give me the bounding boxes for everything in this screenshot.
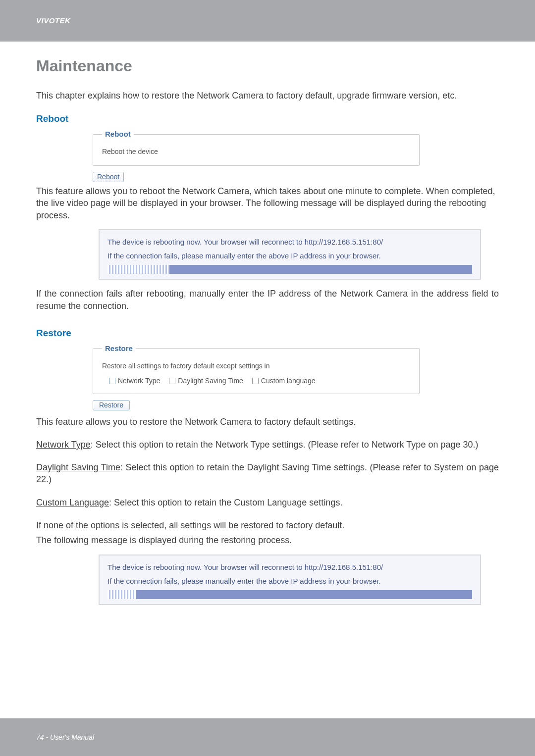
reboot-message-box: The device is rebooting now. Your browse… — [99, 229, 481, 280]
reboot-heading: Reboot — [36, 112, 499, 125]
reboot-msg-line1: The device is rebooting now. Your browse… — [107, 237, 472, 247]
restore-legend: Restore — [102, 344, 136, 353]
checkbox-icon — [252, 378, 259, 384]
footer-text: 74 - User's Manual — [36, 733, 94, 741]
restore-msg-line1: The device is rebooting now. Your browse… — [107, 562, 472, 572]
restore-panel-text: Restore all settings to factory default … — [102, 360, 410, 371]
reboot-legend: Reboot — [102, 129, 134, 139]
page-footer: 74 - User's Manual — [0, 718, 535, 756]
restore-progress-fill — [107, 590, 136, 599]
restore-opt-network[interactable]: Network Type — [109, 376, 160, 386]
restore-msg-line2: If the connection fails, please manually… — [107, 576, 472, 586]
restore-lang-para: Custom Language: Select this option to r… — [36, 497, 499, 508]
restore-net-para: Network Type: Select this option to reta… — [36, 439, 499, 451]
reboot-msg-line2: If the connection fails, please manually… — [107, 251, 472, 261]
intro-text: This chapter explains how to restore the… — [36, 90, 499, 101]
restore-net-label: Network Type — [36, 440, 91, 450]
reboot-progress-fill — [107, 265, 169, 274]
restore-opt-lang-label: Custom language — [261, 376, 316, 386]
restore-button[interactable]: Restore — [93, 400, 130, 410]
reboot-panel-text: Reboot the device — [102, 146, 410, 157]
page-title: Maintenance — [36, 55, 499, 77]
reboot-button[interactable]: Reboot — [93, 172, 124, 182]
restore-opt-network-label: Network Type — [118, 376, 160, 386]
restore-lang-text: : Select this option to retain the Custo… — [109, 498, 342, 507]
reboot-after-text: If the connection fails after rebooting,… — [36, 288, 499, 312]
restore-desc: This feature allows you to restore the N… — [36, 416, 499, 428]
restore-panel: Restore Restore all settings to factory … — [93, 344, 420, 395]
restore-heading: Restore — [36, 327, 499, 340]
restore-lang-label: Custom Language — [36, 498, 109, 507]
page-content: Maintenance This chapter explains how to… — [0, 42, 535, 605]
page-header: VIVOTEK — [0, 0, 535, 41]
restore-dst-para: Daylight Saving Time: Select this option… — [36, 461, 499, 486]
brand-label: VIVOTEK — [36, 16, 70, 25]
restore-net-text: : Select this option to retain the Netwo… — [91, 440, 479, 450]
restore-progress — [107, 590, 472, 599]
restore-follow-text: The following message is displayed durin… — [36, 534, 499, 546]
restore-opt-lang[interactable]: Custom language — [252, 376, 316, 386]
restore-opt-dst[interactable]: Daylight Saving Time — [169, 376, 243, 386]
restore-none-text: If none of the options is selected, all … — [36, 519, 499, 531]
reboot-panel: Reboot Reboot the device — [93, 129, 420, 166]
checkbox-icon — [109, 378, 115, 384]
restore-opt-dst-label: Daylight Saving Time — [178, 376, 243, 386]
restore-message-box: The device is rebooting now. Your browse… — [99, 554, 481, 605]
reboot-desc: This feature allows you to reboot the Ne… — [36, 185, 499, 221]
restore-dst-label: Daylight Saving Time — [36, 462, 120, 472]
checkbox-icon — [169, 378, 175, 384]
reboot-progress — [107, 265, 472, 274]
restore-options-row: Network Type Daylight Saving Time Custom… — [102, 376, 410, 386]
